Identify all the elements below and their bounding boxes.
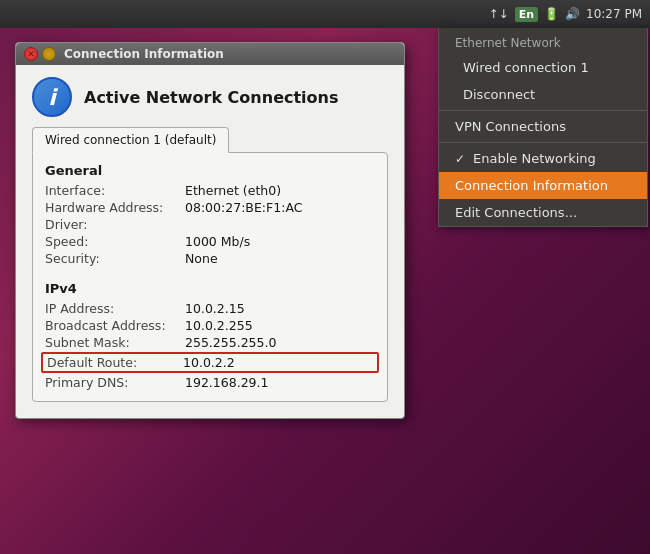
value-default-route: 10.0.2.2 [183,355,235,370]
tabs: Wired connection 1 (default) [32,127,388,152]
window-controls: ✕ [24,47,56,61]
window-heading: Active Network Connections [84,88,339,107]
battery-icon: 🔋 [544,7,559,21]
label-hardware-address: Hardware Address: [45,200,185,215]
window-header: i Active Network Connections [32,77,388,117]
label-broadcast-address: Broadcast Address: [45,318,185,333]
label-primary-dns: Primary DNS: [45,375,185,390]
window-content: i Active Network Connections Wired conne… [16,65,404,418]
label-driver: Driver: [45,217,185,232]
value-ip-address: 10.0.2.15 [185,301,245,316]
value-primary-dns: 192.168.29.1 [185,375,269,390]
taskbar: ↑↓ En 🔋 🔊 10:27 PM [0,0,650,28]
network-dropdown-menu: Ethernet Network Wired connection 1 Disc… [438,28,648,227]
row-broadcast-address: Broadcast Address: 10.0.2.255 [45,317,375,334]
minimize-button[interactable] [42,47,56,61]
value-broadcast-address: 10.0.2.255 [185,318,253,333]
menu-item-edit-connections[interactable]: Edit Connections... [439,199,647,226]
row-hardware-address: Hardware Address: 08:00:27:BE:F1:AC [45,199,375,216]
menu-item-vpn-connections[interactable]: VPN Connections [439,113,647,140]
network-icon: ↑↓ [489,7,509,21]
menu-header: Ethernet Network [439,28,647,54]
window-titlebar: ✕ Connection Information [16,43,404,65]
row-speed: Speed: 1000 Mb/s [45,233,375,250]
menu-item-disconnect[interactable]: Disconnect [439,81,647,108]
info-table: General Interface: Ethernet (eth0) Hardw… [32,152,388,402]
label-security: Security: [45,251,185,266]
value-security: None [185,251,218,266]
value-interface: Ethernet (eth0) [185,183,281,198]
value-hardware-address: 08:00:27:BE:F1:AC [185,200,302,215]
value-speed: 1000 Mb/s [185,234,250,249]
menu-separator-2 [439,142,647,143]
row-ip-address: IP Address: 10.0.2.15 [45,300,375,317]
section-ipv4-header: IPv4 [45,281,375,296]
clock: 10:27 PM [586,7,642,21]
label-speed: Speed: [45,234,185,249]
window-title: Connection Information [64,47,224,61]
menu-item-wired-connection[interactable]: Wired connection 1 [439,54,647,81]
language-indicator[interactable]: En [515,7,538,22]
menu-item-connection-information[interactable]: Connection Information [439,172,647,199]
info-icon: i [32,77,72,117]
row-interface: Interface: Ethernet (eth0) [45,182,375,199]
menu-item-enable-networking[interactable]: ✓ Enable Networking [439,145,647,172]
row-primary-dns: Primary DNS: 192.168.29.1 [45,374,375,391]
row-security: Security: None [45,250,375,267]
label-default-route: Default Route: [47,355,183,370]
label-interface: Interface: [45,183,185,198]
check-icon: ✓ [455,152,465,166]
menu-separator-1 [439,110,647,111]
row-driver: Driver: [45,216,375,233]
row-default-route: Default Route: 10.0.2.2 [41,352,379,373]
section-general-header: General [45,163,375,178]
value-subnet-mask: 255.255.255.0 [185,335,276,350]
label-subnet-mask: Subnet Mask: [45,335,185,350]
label-ip-address: IP Address: [45,301,185,316]
close-button[interactable]: ✕ [24,47,38,61]
row-subnet-mask: Subnet Mask: 255.255.255.0 [45,334,375,351]
section-gap [45,267,375,275]
connection-info-window: ✕ Connection Information i Active Networ… [15,42,405,419]
tab-wired-connection[interactable]: Wired connection 1 (default) [32,127,229,153]
volume-icon: 🔊 [565,7,580,21]
